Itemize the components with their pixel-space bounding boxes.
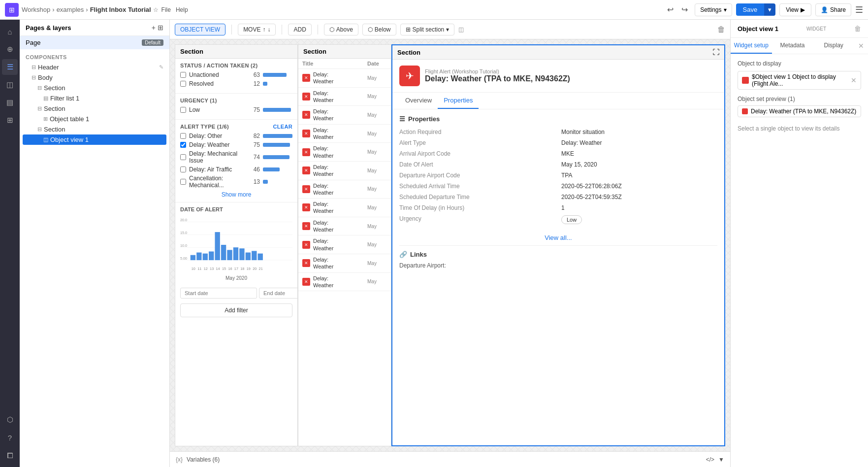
table-row[interactable]: ✕ Delay:Weather May	[298, 254, 391, 273]
share-button[interactable]: 👤 Share	[815, 3, 851, 16]
above-btn[interactable]: ⬡ Above	[324, 24, 358, 35]
expand-icon[interactable]: ⛶	[712, 48, 719, 56]
delay-other-checkbox[interactable]	[180, 133, 186, 139]
view-all-btn[interactable]: View all...	[399, 230, 717, 245]
delay-weather-checkbox[interactable]	[180, 142, 186, 148]
rp-tab-widget-setup[interactable]: Widget setup	[731, 38, 772, 54]
table-row[interactable]: ✕ Delay:Weather May	[298, 180, 391, 199]
sidebar-icon-chart[interactable]: ▤	[2, 95, 18, 110]
split-section-btn[interactable]: ⊞ Split section ▾	[400, 24, 455, 35]
unactioned-checkbox[interactable]	[180, 72, 186, 78]
save-arrow-button[interactable]: ▾	[764, 3, 775, 16]
start-date-input[interactable]	[180, 288, 257, 299]
canvas-area: Section STATUS / ACTION TAKEN (2) Unacti…	[170, 39, 730, 451]
breadcrumb-examples[interactable]: examples	[57, 6, 84, 13]
object-view-btn[interactable]: OBJECT VIEW	[175, 24, 225, 35]
sidebar-icon-data[interactable]: ⊞	[2, 112, 18, 128]
add-filter-btn[interactable]: Add filter	[180, 303, 292, 317]
table-row[interactable]: ✕ Delay:Weather May	[298, 217, 391, 236]
collapse-bar-icon[interactable]: ▼	[718, 456, 724, 463]
tree-item-section3[interactable]: ⊟ Section	[26, 124, 163, 134]
table-row[interactable]: ✕ Delay:Weather May	[298, 273, 391, 292]
arrow-up-icon[interactable]: ↑	[262, 26, 265, 33]
table-row[interactable]: ✕ Delay:Weather May	[298, 143, 391, 162]
file-menu-help[interactable]: Help	[176, 6, 188, 13]
tree-header-label: Header	[38, 64, 59, 71]
end-date-input[interactable]	[259, 288, 298, 299]
undo-button[interactable]: ↩	[664, 4, 676, 15]
tree-item-objecttable[interactable]: ⊞ Object table 1	[26, 114, 163, 124]
svg-rect-11	[209, 251, 214, 260]
sidebar-icon-home[interactable]: ⌂	[2, 24, 18, 39]
row-icon: ✕	[302, 93, 310, 100]
table-row[interactable]: ✕ Delay:Weather May	[298, 125, 391, 143]
unactioned-bar-wrap	[263, 73, 292, 77]
delay-mechanical-checkbox[interactable]	[180, 154, 186, 160]
properties-tab[interactable]: Properties	[438, 93, 479, 109]
redo-button[interactable]: ↪	[678, 4, 691, 15]
variables-label[interactable]: Variables (6)	[187, 456, 220, 463]
below-btn[interactable]: ⬡ Below	[362, 24, 396, 35]
sidebar-icon-object[interactable]: ◫	[2, 77, 18, 93]
sidebar-icon-layers[interactable]: ☰	[2, 59, 18, 75]
header-edit-icon[interactable]: ✎	[159, 64, 163, 70]
rp-tag-icon	[742, 77, 749, 84]
delete-section-btn[interactable]: 🗑	[717, 25, 725, 34]
delay-air-checkbox[interactable]	[180, 167, 186, 172]
sidebar-icon-plugin[interactable]: ⧠	[2, 447, 18, 463]
sidebar-icon-search[interactable]: ⊕	[2, 41, 18, 57]
cancellation-mech-checkbox[interactable]	[180, 179, 186, 185]
tree-filterlist-icon: ▤	[43, 95, 48, 101]
collapse-btn[interactable]: ◫	[458, 26, 464, 33]
rp-tag-text: $Object view 1 Object to display (Flight…	[752, 73, 848, 87]
tree-item-objectview[interactable]: ◫ Object view 1	[23, 134, 166, 145]
rp-tab-display[interactable]: Display	[813, 38, 854, 54]
arrow-down-icon[interactable]: ↓	[267, 26, 270, 33]
save-button[interactable]: Save	[736, 3, 765, 16]
table-row[interactable]: ✕ Delay:Weather May	[298, 88, 391, 106]
rp-tag-close-btn[interactable]: ✕	[851, 76, 857, 84]
show-more-link[interactable]: Show more	[222, 191, 252, 198]
clear-link[interactable]: Clear	[273, 124, 292, 130]
tree-item-filterlist[interactable]: ▤ Filter list 1	[26, 93, 163, 103]
right-panel-delete-btn[interactable]: 🗑	[854, 25, 861, 33]
table-row[interactable]: ✕ Delay:Weather May	[298, 69, 391, 88]
code-icon[interactable]: </>	[706, 456, 714, 463]
tree-item-section2[interactable]: ⊟ Section	[26, 103, 163, 114]
tree-item-header[interactable]: ⊟ Header ✎	[26, 62, 163, 72]
svg-text:15.0: 15.0	[180, 231, 187, 235]
move-btn[interactable]: MOVE ↑ ↓	[238, 24, 276, 35]
sidebar-icon-help[interactable]: ?	[2, 430, 18, 445]
tree-item-section1[interactable]: ⊟ Section	[26, 83, 163, 93]
low-checkbox[interactable]	[180, 107, 186, 113]
variables-icon: {x}	[176, 456, 183, 463]
rp-tab-metadata[interactable]: Metadata	[772, 38, 813, 54]
table-row[interactable]: ✕ Delay:Weather May	[298, 235, 391, 254]
settings-button[interactable]: Settings ▾	[695, 3, 732, 16]
star-icon[interactable]: ☆	[153, 6, 159, 13]
row-icon: ✕	[302, 148, 310, 156]
tree-body-label: Body	[38, 74, 53, 81]
overview-tab[interactable]: Overview	[399, 93, 438, 109]
delay-other-bar	[263, 134, 292, 138]
table-row[interactable]: ✕ Delay:Weather May	[298, 162, 391, 180]
layers-grid-icon[interactable]: ⊞	[158, 24, 163, 32]
share-user-icon: 👤	[821, 6, 828, 13]
tree-item-body[interactable]: ⊟ Body	[26, 72, 163, 83]
add-btn[interactable]: ADD	[288, 24, 311, 35]
table-row[interactable]: ✕ Delay:Weather May	[298, 106, 391, 125]
breadcrumb-workshop[interactable]: Workshop	[22, 6, 50, 13]
move-label: MOVE	[243, 26, 260, 33]
add-page-icon[interactable]: +	[152, 24, 156, 32]
rp-panel-close-btn[interactable]: ✕	[854, 38, 868, 54]
table-row[interactable]: ✕ Delay:Weather May	[298, 199, 391, 217]
view-button[interactable]: View ▶	[779, 3, 811, 16]
svg-text:14: 14	[216, 267, 220, 271]
object-set-preview-label: Object set preview (1)	[738, 96, 861, 102]
bar-chart-svg: 20.0 15.0 10.0 5.00	[180, 215, 292, 274]
file-menu-file[interactable]: File	[161, 6, 171, 13]
sidebar-icon-connect[interactable]: ⬡	[2, 412, 18, 428]
resolved-checkbox[interactable]	[180, 81, 186, 87]
page-item[interactable]: Page Default	[20, 36, 169, 49]
hamburger-menu-button[interactable]: ☰	[855, 4, 863, 15]
